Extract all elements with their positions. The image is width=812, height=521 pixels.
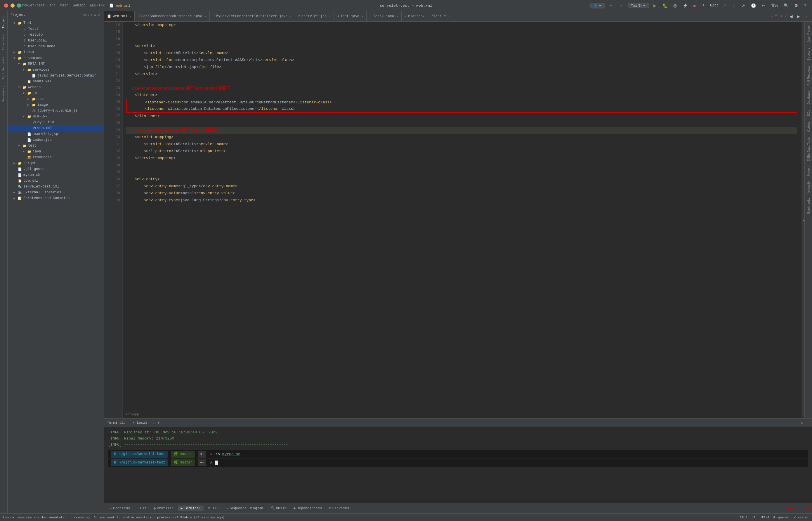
tree-item-gitignore[interactable]: 📄 .gitignore bbox=[7, 166, 104, 172]
terminal-cmd-2[interactable]: 🖥 ~/github/servelet-test 🌿 master ●→ $ bbox=[108, 459, 808, 467]
jclasslib-button[interactable]: jclasslib bbox=[806, 179, 811, 195]
git-revert-button[interactable]: ↩ bbox=[760, 3, 767, 8]
sequence-diagram-button[interactable]: ↔ Sequence Diagram bbox=[223, 506, 266, 511]
tree-item-scratches[interactable]: ▶ 📝 Scratches and Consoles bbox=[7, 196, 104, 201]
tree-item-index[interactable]: 📄 index.jsp bbox=[7, 137, 104, 143]
tree-item-image[interactable]: ▶ 📁 image bbox=[7, 102, 104, 108]
tab-close-test[interactable]: ✕ bbox=[362, 15, 363, 18]
add-terminal-button[interactable]: + bbox=[151, 420, 156, 426]
sidebar-locate-button[interactable]: ⊕ bbox=[83, 13, 86, 17]
breadcrumb-project[interactable]: servelet-test bbox=[18, 3, 45, 7]
tree-item-userlocal[interactable]: I UserLocal bbox=[7, 38, 104, 44]
more-run-button[interactable]: ⋮ bbox=[700, 3, 707, 8]
close-button[interactable] bbox=[4, 3, 8, 7]
git-check-button[interactable]: ✓ bbox=[721, 3, 728, 8]
breadcrumb-webinf[interactable]: WEB-INF bbox=[90, 3, 105, 7]
sidebar-settings-button[interactable]: ⚙ bbox=[93, 13, 97, 17]
tree-item-webapp[interactable]: ▼ 📁 webapp bbox=[7, 84, 104, 90]
tree-item-iml[interactable]: 🔩 servelet-test.iml bbox=[7, 184, 104, 189]
status-branch[interactable]: ⎇ master bbox=[793, 516, 809, 519]
translate-button[interactable]: 文A bbox=[770, 2, 779, 9]
profile-button[interactable]: ⚡ bbox=[681, 3, 689, 8]
tree-item-test[interactable]: ▼ 📁 Test bbox=[7, 20, 104, 26]
tab-datasource[interactable]: J DataSourceMethodListener.java ✕ bbox=[135, 11, 209, 22]
tab-scroll-left[interactable]: ◀ bbox=[788, 14, 794, 19]
forward-button[interactable]: → bbox=[618, 3, 625, 8]
tree-item-test2[interactable]: C Test2 bbox=[7, 26, 104, 32]
json-parser-button[interactable]: Json Parser bbox=[806, 23, 811, 45]
tab-close-aservlet[interactable]: ✕ bbox=[329, 15, 331, 18]
status-encoding[interactable]: UTF-8 bbox=[760, 516, 769, 519]
tree-item-aservlet[interactable]: 📄 aservlet.jsp bbox=[7, 131, 104, 137]
bookmarks-button[interactable]: Bookmarks bbox=[1, 84, 6, 104]
tree-item-services[interactable]: ▼ 📁 services bbox=[7, 67, 104, 73]
minimize-button[interactable] bbox=[10, 3, 15, 7]
tab-more[interactable]: ⋮ bbox=[803, 14, 810, 19]
tree-item-beans[interactable]: 📋 beans.xml bbox=[7, 78, 104, 84]
stop-button[interactable]: ■ bbox=[692, 3, 697, 8]
tree-item-testdto[interactable]: C TestDto bbox=[7, 32, 104, 38]
tab-myservlet[interactable]: J MyServletContainerInitializer.java ✕ bbox=[210, 11, 295, 22]
status-indent[interactable]: 4 spaces bbox=[773, 516, 789, 519]
tab-test[interactable]: J Test.java ✕ bbox=[334, 11, 366, 22]
git-push-button[interactable]: ↗ bbox=[740, 3, 747, 8]
git-button[interactable]: ↑ Git bbox=[134, 506, 150, 511]
terminal-cmd-1[interactable]: 🖥 ~/github/servelet-test 🌿 master ●→ $ s… bbox=[108, 450, 808, 458]
structure-panel-button[interactable]: Structure bbox=[1, 33, 6, 52]
debug-button[interactable]: 🐛 bbox=[661, 3, 669, 8]
terminal-dropdown-button[interactable]: ▾ bbox=[156, 420, 161, 426]
breadcrumb-main[interactable]: main bbox=[60, 3, 69, 7]
pull-requests-right-button[interactable]: Pull Requests bbox=[806, 63, 811, 88]
tree-item-resources[interactable]: ▼ 📁 resources bbox=[7, 55, 104, 61]
profiler-button[interactable]: ◎ Profiler bbox=[151, 505, 177, 511]
tree-item-js[interactable]: ▼ 📁 js bbox=[7, 90, 104, 96]
tree-item-external-libs[interactable]: ▶ 📚 External Libraries bbox=[7, 189, 104, 196]
sidebar-close-button[interactable]: ✕ bbox=[98, 13, 101, 17]
terminal-settings[interactable]: ⚙ — bbox=[801, 421, 812, 425]
tree-item-java[interactable]: ▶ 📁 java bbox=[7, 149, 104, 155]
sidebar-collapse-button[interactable]: ≡ bbox=[87, 13, 89, 17]
big-data-button[interactable]: D Big Data Tools bbox=[806, 135, 811, 163]
tab-test2[interactable]: J Test2.java ✕ bbox=[366, 11, 401, 22]
tab-close-myservlet[interactable]: ✕ bbox=[290, 15, 292, 18]
maven-button[interactable]: Maven bbox=[806, 164, 811, 178]
todo-button[interactable]: ≡ TODO bbox=[205, 506, 222, 511]
tab-close-datasource[interactable]: ✕ bbox=[205, 15, 206, 18]
scrollbar-area[interactable] bbox=[800, 22, 805, 418]
help-button[interactable]: ? bbox=[803, 3, 808, 8]
database-button[interactable]: Database bbox=[806, 89, 811, 107]
tree-item-resources2[interactable]: 📦 resources bbox=[7, 155, 104, 160]
tree-item-javax[interactable]: 📄 javax.servlet.ServletContair bbox=[7, 73, 104, 78]
pull-requests-button[interactable]: Pull Requests bbox=[1, 55, 6, 81]
codota-button[interactable]: Codota bbox=[806, 119, 811, 134]
git-history-button[interactable]: 🕐 bbox=[749, 3, 758, 8]
dependencies-button[interactable]: ◆ Dependencies bbox=[291, 505, 325, 511]
search-button[interactable]: 🔍 bbox=[782, 3, 790, 8]
tab-close-webxml[interactable]: ✕ bbox=[130, 15, 131, 18]
tab-webxml[interactable]: 📋 web.xml ✕ bbox=[104, 11, 135, 22]
back-button[interactable]: ← bbox=[608, 3, 615, 8]
structure-button[interactable]: Structure bbox=[806, 45, 811, 63]
git-check2-button[interactable]: ✓ bbox=[731, 3, 737, 8]
tree-item-pom[interactable]: 📋 pom.xml bbox=[7, 178, 104, 184]
sql-button[interactable]: SQL bbox=[806, 108, 811, 118]
bookmarks-right-button[interactable]: Bookmarks bbox=[806, 196, 811, 216]
problems-button[interactable]: ⚠ Problems bbox=[107, 505, 133, 511]
tab-classes[interactable]: ☕ classes/.../Test.c ✕ bbox=[402, 11, 453, 22]
code-content[interactable]: </servlet-mapping> <servlet> <servlet-na… bbox=[123, 22, 800, 418]
breadcrumb-src[interactable]: src bbox=[49, 3, 56, 7]
run-config-button[interactable]: Test (1) ▼ bbox=[628, 3, 649, 8]
run-button[interactable]: ▶ bbox=[652, 3, 658, 8]
status-position[interactable]: 29:1 bbox=[740, 516, 747, 519]
tab-aservlet[interactable]: P aservlet.jsp ✕ bbox=[295, 11, 334, 22]
settings-button[interactable]: ⚙ bbox=[793, 3, 800, 8]
tree-item-webinf[interactable]: ▼ 📁 WEB-INF bbox=[7, 114, 104, 119]
coverage-button[interactable]: ◎ bbox=[672, 3, 678, 8]
tree-item-luban[interactable]: ▶ 📁 luban bbox=[7, 49, 104, 55]
vcs-button[interactable]: 👤 ▼ bbox=[590, 3, 605, 8]
sidebar-sort-button[interactable]: ↕ bbox=[91, 13, 92, 17]
breadcrumb-webapp[interactable]: webapp bbox=[73, 3, 86, 7]
tree-item-test-folder[interactable]: ▼ 📁 test bbox=[7, 143, 104, 149]
status-linesep[interactable]: LF bbox=[751, 516, 755, 519]
tree-item-myrun[interactable]: 📄 myrun.sh bbox=[7, 172, 104, 178]
